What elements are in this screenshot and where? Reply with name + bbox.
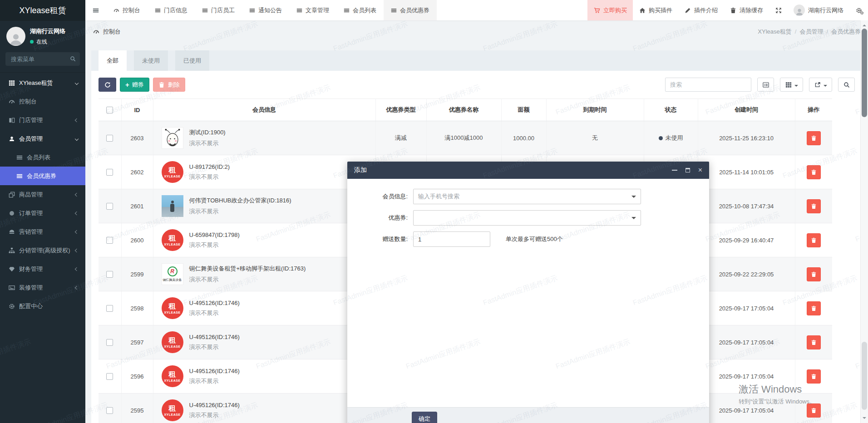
export-dropdown-button[interactable] — [809, 78, 832, 92]
row-delete-button[interactable] — [807, 335, 821, 349]
member-info-label: 会员信息: — [361, 192, 413, 201]
row-delete-button[interactable] — [807, 301, 821, 315]
sidebar-item-4[interactable]: 会员列表 — [0, 148, 85, 167]
row-checkbox[interactable] — [106, 373, 113, 380]
member-select[interactable]: 输入手机号搜索 — [413, 189, 641, 204]
sidebar-item-5[interactable]: 会员优惠券 — [0, 167, 85, 185]
scroll-down-arrow-icon[interactable] — [863, 417, 866, 421]
clear-cache-button[interactable]: 清除缓存 — [724, 0, 769, 20]
breadcrumb-item-1[interactable]: 会员管理 — [799, 28, 823, 35]
sidebar-item-12[interactable]: 配置中心 — [0, 297, 85, 315]
row-checkbox[interactable] — [106, 169, 113, 176]
breadcrumb-item-0[interactable]: XYlease租赁 — [758, 28, 791, 35]
row-checkbox[interactable] — [106, 135, 113, 142]
close-button[interactable]: × — [698, 167, 702, 174]
row-checkbox[interactable] — [106, 237, 113, 244]
image-icon — [8, 284, 15, 291]
user-menu-button[interactable]: 湖南行云网络 — [788, 0, 849, 20]
bars-icon — [202, 7, 208, 14]
member-name: U-495126(ID:1746) — [189, 300, 240, 306]
row-checkbox[interactable] — [106, 407, 113, 414]
table-header-row: ID会员信息优惠券类型优惠券名称面额到期时间状态创建时间操作 — [99, 99, 832, 121]
search-icon — [70, 56, 76, 63]
list-view-icon — [762, 81, 769, 88]
table-header: 创建时间 — [698, 99, 795, 121]
app-logo[interactable]: XYlease租赁 — [0, 0, 85, 21]
gem-icon — [8, 266, 15, 272]
sidebar-item-2[interactable]: 门店管理 — [0, 111, 85, 129]
row-checkbox[interactable] — [106, 203, 113, 210]
nav-tab-5[interactable]: 会员列表 — [336, 0, 384, 20]
table-search-input[interactable] — [665, 78, 751, 92]
buy-plugin-button[interactable]: 购买插件 — [633, 0, 678, 20]
coupon-select[interactable] — [413, 210, 641, 226]
cell-amount: 1000.00 — [501, 121, 546, 155]
sidebar-item-6[interactable]: 商品管理 — [0, 185, 85, 204]
sidebar-item-0[interactable]: XYlease租赁 — [0, 74, 85, 92]
nav-tab-4[interactable]: 文章管理 — [289, 0, 336, 20]
sidebar-item-11[interactable]: 装修管理 — [0, 278, 85, 297]
page-title: 控制台 — [93, 28, 121, 36]
columns-dropdown-button[interactable] — [780, 78, 803, 92]
row-delete-button[interactable] — [807, 131, 821, 145]
buy-now-button[interactable]: 立即购买 — [587, 0, 633, 20]
cell-expire: 无 — [546, 121, 644, 155]
gift-coupon-button[interactable]: +赠券 — [120, 78, 149, 92]
menu-search-input[interactable] — [5, 52, 80, 66]
row-delete-button[interactable] — [807, 233, 821, 247]
nav-tab-1[interactable]: 门店信息 — [148, 0, 195, 20]
row-delete-button[interactable] — [807, 165, 821, 179]
sidebar-item-8[interactable]: 营销管理 — [0, 222, 85, 241]
scrollbar-thumb-secondary[interactable] — [862, 342, 867, 410]
sidebar-item-9[interactable]: 分销管理(高级授权) — [0, 241, 85, 260]
row-delete-button[interactable] — [807, 369, 821, 384]
bars-icon — [391, 7, 397, 14]
row-delete-button[interactable] — [807, 403, 821, 418]
delete-button[interactable]: 删除 — [153, 78, 185, 92]
cell-created: 2025-10-08 17:47:34 — [698, 189, 795, 223]
filter-tab-1[interactable]: 未使用 — [134, 50, 168, 71]
table-header: 优惠券类型 — [375, 99, 426, 121]
settings-button[interactable] — [849, 0, 868, 20]
minimize-button[interactable] — [672, 170, 677, 171]
cell-id: 2596 — [121, 359, 153, 393]
maximize-icon — [686, 168, 690, 172]
sidebar-item-10[interactable]: 财务管理 — [0, 260, 85, 278]
view-toggle-button[interactable] — [757, 78, 774, 92]
sidebar-item-3[interactable]: 会员管理 — [0, 129, 85, 148]
chevron-left-icon — [75, 211, 79, 215]
nav-tab-2[interactable]: 门店员工 — [195, 0, 242, 20]
confirm-button[interactable]: 确定 — [412, 412, 437, 423]
member-select-placeholder: 输入手机号搜索 — [418, 192, 459, 201]
breadcrumb-item-2[interactable]: 会员优惠券 — [831, 28, 861, 35]
filter-tab-2[interactable]: 已使用 — [175, 50, 209, 71]
row-checkbox[interactable] — [106, 339, 113, 346]
sidebar-item-7[interactable]: 订单管理 — [0, 204, 85, 222]
nav-tab-6[interactable]: 会员优惠券 — [384, 0, 437, 20]
scroll-up-arrow-icon[interactable] — [863, 23, 866, 26]
add-dialog: 添加 × 会员信息: 输入手机号搜索 优惠券: 赠送数量: 单次最多可赠送500… — [347, 162, 709, 423]
sidebar-item-1[interactable]: 控制台 — [0, 92, 85, 111]
nav-tab-3[interactable]: 通知公告 — [242, 0, 289, 20]
plugin-intro-button[interactable]: 插件介绍 — [678, 0, 724, 20]
sidebar-toggle-button[interactable] — [85, 0, 106, 20]
table-row: 2603测试(ID:1900)演示不展示满减满1000减10001000.00无… — [99, 121, 832, 155]
maximize-button[interactable] — [686, 168, 690, 172]
dialog-header[interactable]: 添加 × — [347, 162, 709, 179]
quantity-input[interactable] — [413, 231, 490, 247]
table-header: 优惠券名称 — [426, 99, 501, 121]
page-scrollbar[interactable] — [860, 20, 868, 423]
cell-created: 2025-09-22 22:29:05 — [698, 257, 795, 291]
row-delete-button[interactable] — [807, 267, 821, 281]
refresh-button[interactable] — [99, 78, 116, 92]
row-checkbox[interactable] — [106, 271, 113, 278]
fullscreen-button[interactable] — [769, 0, 788, 20]
scrollbar-thumb[interactable] — [862, 29, 867, 117]
row-checkbox[interactable] — [106, 305, 113, 312]
nav-tab-0[interactable]: 控制台 — [106, 0, 148, 20]
member-avatar: 租XYLEASE — [162, 161, 183, 183]
select-all-checkbox[interactable] — [106, 107, 113, 113]
filter-tab-0[interactable]: 全部 — [99, 50, 127, 71]
row-delete-button[interactable] — [807, 199, 821, 213]
table-search-button[interactable] — [838, 78, 855, 92]
